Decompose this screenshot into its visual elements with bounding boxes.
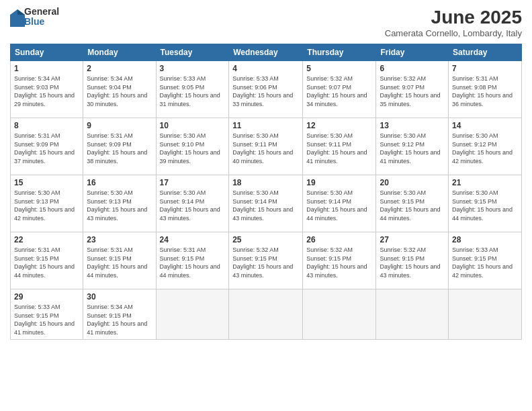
month-title: June 2025 xyxy=(385,7,522,28)
logo: General Blue xyxy=(10,7,59,28)
calendar-cell xyxy=(229,289,303,340)
daylight-label: Daylight: 15 hours and 42 minutes. xyxy=(452,263,513,279)
sunset-label: Sunset: 9:14 PM xyxy=(306,198,351,205)
calendar-cell: 26 Sunrise: 5:32 AM Sunset: 9:15 PM Dayl… xyxy=(303,232,376,289)
day-info: Sunrise: 5:30 AM Sunset: 9:13 PM Dayligh… xyxy=(14,189,79,222)
sunrise-label: Sunrise: 5:30 AM xyxy=(160,132,206,139)
daylight-label: Daylight: 15 hours and 43 minutes. xyxy=(160,206,220,222)
day-info: Sunrise: 5:32 AM Sunset: 9:15 PM Dayligh… xyxy=(232,246,299,279)
day-info: Sunrise: 5:31 AM Sunset: 9:15 PM Dayligh… xyxy=(14,246,79,279)
location: Camerata Cornello, Lombardy, Italy xyxy=(385,28,522,38)
day-number: 28 xyxy=(452,235,518,244)
calendar-cell: 22 Sunrise: 5:31 AM Sunset: 9:15 PM Dayl… xyxy=(11,232,83,289)
calendar-week-5: 29 Sunrise: 5:33 AM Sunset: 9:15 PM Dayl… xyxy=(11,289,522,340)
day-info: Sunrise: 5:32 AM Sunset: 9:15 PM Dayligh… xyxy=(380,246,445,279)
day-info: Sunrise: 5:32 AM Sunset: 9:15 PM Dayligh… xyxy=(306,246,372,279)
daylight-label: Daylight: 15 hours and 37 minutes. xyxy=(14,149,75,165)
sunset-label: Sunset: 9:07 PM xyxy=(306,84,351,91)
day-number: 11 xyxy=(232,121,299,130)
sunrise-label: Sunrise: 5:31 AM xyxy=(14,132,60,139)
sunrise-label: Sunrise: 5:30 AM xyxy=(160,189,206,196)
calendar-cell: 5 Sunrise: 5:32 AM Sunset: 9:07 PM Dayli… xyxy=(303,61,376,118)
sunrise-label: Sunrise: 5:33 AM xyxy=(14,304,60,310)
sunrise-label: Sunrise: 5:30 AM xyxy=(306,132,353,139)
calendar-cell: 30 Sunrise: 5:34 AM Sunset: 9:15 PM Dayl… xyxy=(83,289,156,340)
sunset-label: Sunset: 9:15 PM xyxy=(232,255,277,262)
day-info: Sunrise: 5:30 AM Sunset: 9:15 PM Dayligh… xyxy=(452,189,518,222)
daylight-label: Daylight: 15 hours and 39 minutes. xyxy=(160,149,220,165)
day-info: Sunrise: 5:32 AM Sunset: 9:07 PM Dayligh… xyxy=(306,75,372,108)
calendar-cell: 21 Sunrise: 5:30 AM Sunset: 9:15 PM Dayl… xyxy=(449,175,522,232)
sunrise-label: Sunrise: 5:34 AM xyxy=(87,304,133,310)
sunset-label: Sunset: 9:11 PM xyxy=(232,141,277,148)
sunrise-label: Sunrise: 5:31 AM xyxy=(87,132,133,139)
day-number: 22 xyxy=(14,235,79,244)
title-section: June 2025 Camerata Cornello, Lombardy, I… xyxy=(385,7,522,38)
logo-text: General Blue xyxy=(24,7,59,28)
page: General Blue June 2025 Camerata Cornello… xyxy=(0,0,532,411)
day-info: Sunrise: 5:30 AM Sunset: 9:12 PM Dayligh… xyxy=(380,132,445,165)
calendar-cell: 12 Sunrise: 5:30 AM Sunset: 9:11 PM Dayl… xyxy=(303,118,376,175)
sunrise-label: Sunrise: 5:34 AM xyxy=(14,75,60,82)
day-number: 5 xyxy=(306,64,372,73)
calendar-cell: 20 Sunrise: 5:30 AM Sunset: 9:15 PM Dayl… xyxy=(376,175,449,232)
sunrise-label: Sunrise: 5:31 AM xyxy=(160,246,206,253)
day-info: Sunrise: 5:30 AM Sunset: 9:14 PM Dayligh… xyxy=(306,189,372,222)
sunset-label: Sunset: 9:15 PM xyxy=(306,255,351,262)
day-number: 26 xyxy=(306,235,372,244)
daylight-label: Daylight: 15 hours and 41 minutes. xyxy=(306,149,367,165)
daylight-label: Daylight: 15 hours and 40 minutes. xyxy=(232,149,293,165)
col-sunday: Sunday xyxy=(11,44,83,61)
daylight-label: Daylight: 15 hours and 31 minutes. xyxy=(160,92,220,107)
day-number: 30 xyxy=(87,292,152,302)
day-number: 25 xyxy=(232,235,299,244)
daylight-label: Daylight: 15 hours and 42 minutes. xyxy=(14,206,75,222)
svg-marker-1 xyxy=(17,9,25,15)
day-number: 27 xyxy=(380,235,445,244)
sunrise-label: Sunrise: 5:30 AM xyxy=(452,132,498,139)
day-info: Sunrise: 5:34 AM Sunset: 9:04 PM Dayligh… xyxy=(87,75,152,108)
sunrise-label: Sunrise: 5:32 AM xyxy=(306,75,353,82)
sunset-label: Sunset: 9:04 PM xyxy=(87,84,132,91)
sunrise-label: Sunrise: 5:34 AM xyxy=(87,75,133,82)
sunrise-label: Sunrise: 5:33 AM xyxy=(452,246,498,253)
calendar-cell: 1 Sunrise: 5:34 AM Sunset: 9:03 PM Dayli… xyxy=(11,61,83,118)
calendar-cell: 11 Sunrise: 5:30 AM Sunset: 9:11 PM Dayl… xyxy=(229,118,303,175)
calendar-cell: 9 Sunrise: 5:31 AM Sunset: 9:09 PM Dayli… xyxy=(83,118,156,175)
sunset-label: Sunset: 9:13 PM xyxy=(14,198,59,205)
day-info: Sunrise: 5:31 AM Sunset: 9:09 PM Dayligh… xyxy=(14,132,79,165)
calendar-cell xyxy=(449,289,522,340)
sunrise-label: Sunrise: 5:30 AM xyxy=(232,132,279,139)
daylight-label: Daylight: 15 hours and 34 minutes. xyxy=(306,92,367,107)
day-info: Sunrise: 5:32 AM Sunset: 9:07 PM Dayligh… xyxy=(380,75,445,108)
sunset-label: Sunset: 9:07 PM xyxy=(380,84,425,91)
day-number: 6 xyxy=(380,64,445,73)
sunrise-label: Sunrise: 5:32 AM xyxy=(380,246,426,253)
day-number: 20 xyxy=(380,178,445,187)
daylight-label: Daylight: 15 hours and 44 minutes. xyxy=(452,206,513,222)
sunrise-label: Sunrise: 5:30 AM xyxy=(306,189,353,196)
day-number: 17 xyxy=(160,178,226,187)
calendar-table: Sunday Monday Tuesday Wednesday Thursday… xyxy=(10,44,522,340)
sunrise-label: Sunrise: 5:32 AM xyxy=(232,246,279,253)
daylight-label: Daylight: 15 hours and 43 minutes. xyxy=(380,263,440,279)
header: General Blue June 2025 Camerata Cornello… xyxy=(10,7,522,38)
sunset-label: Sunset: 9:09 PM xyxy=(87,141,132,148)
col-wednesday: Wednesday xyxy=(229,44,303,61)
day-info: Sunrise: 5:30 AM Sunset: 9:14 PM Dayligh… xyxy=(232,189,299,222)
day-number: 7 xyxy=(452,64,518,73)
day-number: 1 xyxy=(14,64,79,73)
sunrise-label: Sunrise: 5:30 AM xyxy=(14,189,60,196)
sunset-label: Sunset: 9:10 PM xyxy=(160,141,205,148)
day-number: 9 xyxy=(87,121,152,130)
sunset-label: Sunset: 9:15 PM xyxy=(160,255,205,262)
sunrise-label: Sunrise: 5:31 AM xyxy=(14,246,60,253)
sunrise-label: Sunrise: 5:32 AM xyxy=(380,75,426,82)
logo-icon xyxy=(10,9,22,24)
day-number: 13 xyxy=(380,121,445,130)
sunset-label: Sunset: 9:14 PM xyxy=(232,198,277,205)
day-info: Sunrise: 5:31 AM Sunset: 9:15 PM Dayligh… xyxy=(160,246,226,279)
sunrise-label: Sunrise: 5:30 AM xyxy=(380,189,426,196)
day-number: 2 xyxy=(87,64,152,73)
daylight-label: Daylight: 15 hours and 38 minutes. xyxy=(87,149,147,165)
